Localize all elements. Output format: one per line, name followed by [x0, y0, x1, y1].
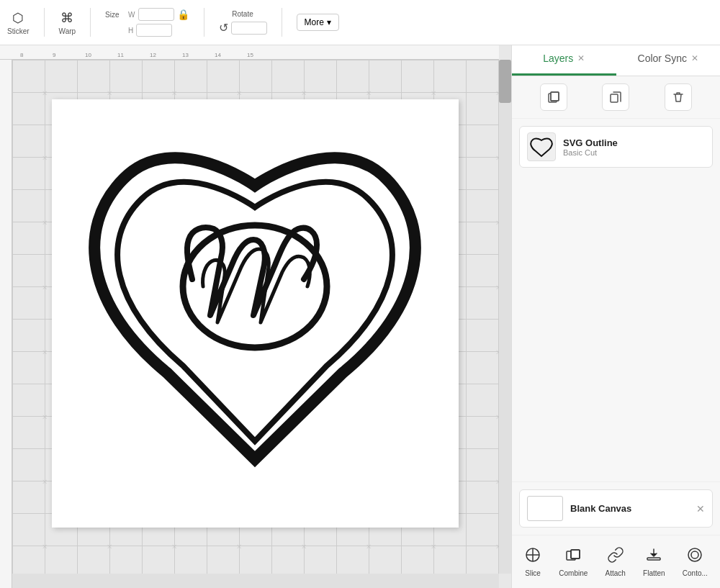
height-input[interactable] — [136, 24, 172, 37]
tab-color-sync-close[interactable]: ✕ — [691, 53, 698, 63]
bottom-actions: Slice Combine Attach Flatten — [512, 535, 720, 588]
warp-label: Warp — [59, 27, 76, 35]
sticker-label: Sticker — [7, 27, 30, 35]
size-label: Size — [105, 11, 125, 19]
ruler-mark-12: 12 — [150, 52, 156, 58]
rotate-icon: ↺ — [219, 21, 228, 35]
combine-label: Combine — [559, 569, 588, 577]
slice-icon — [524, 546, 541, 567]
white-canvas — [52, 99, 459, 528]
blank-canvas-label: Blank Canvas — [570, 503, 631, 514]
separator-4 — [282, 8, 282, 37]
more-button[interactable]: More ▾ — [297, 14, 339, 31]
layer-thumb-heart — [529, 135, 554, 159]
layer-name: SVG Outline — [563, 137, 705, 148]
scrollbar-bottom[interactable] — [12, 574, 499, 588]
contour-btn[interactable]: Conto... — [677, 543, 714, 581]
flatten-btn[interactable]: Flatten — [637, 543, 671, 581]
sticker-icon: ⬡ — [12, 10, 24, 26]
layer-info: SVG Outline Basic Cut — [563, 137, 705, 157]
warp-tool[interactable]: ⌘ Warp — [59, 10, 76, 35]
combine-icon — [564, 546, 582, 567]
layer-thumbnail-svg — [527, 132, 556, 161]
ruler-mark-9: 9 — [53, 52, 55, 58]
size-row-h: H — [105, 24, 189, 37]
size-row-w: Size W 🔒 — [105, 8, 189, 21]
blank-canvas-thumb — [527, 496, 563, 521]
layer-actions — [512, 76, 720, 119]
delete-layer-btn[interactable] — [665, 83, 692, 111]
ruler-v-marks: 123456789101112 — [1, 89, 12, 94]
heart-w-svg — [66, 114, 444, 513]
ruler-top: 8 9 10 11 12 13 14 15 — [0, 45, 499, 60]
flatten-icon — [645, 546, 662, 567]
rotate-label: Rotate — [232, 10, 253, 18]
tab-color-sync[interactable]: Color Sync ✕ — [616, 45, 721, 76]
warp-icon: ⌘ — [60, 10, 73, 26]
contour-label: Conto... — [683, 569, 708, 577]
panel-tabs: Layers ✕ Color Sync ✕ — [512, 45, 720, 76]
rotate-group: Rotate ↺ — [219, 10, 267, 35]
layers-list: SVG Outline Basic Cut — [512, 119, 720, 481]
scrollbar-right[interactable] — [499, 60, 511, 574]
height-h-label: H — [128, 27, 133, 35]
tab-layers-close[interactable]: ✕ — [577, 53, 585, 63]
more-chevron-icon: ▾ — [327, 17, 331, 27]
layer-item-svg-outline[interactable]: SVG Outline Basic Cut — [519, 126, 713, 168]
attach-icon — [607, 546, 624, 567]
ruler-mark-13: 13 — [182, 52, 189, 58]
ruler-mark-15: 15 — [247, 52, 253, 58]
more-label: More — [305, 17, 324, 27]
attach-btn[interactable]: Attach — [600, 543, 631, 581]
svg-rect-2 — [551, 92, 559, 101]
blank-canvas-item[interactable]: Blank Canvas ✕ — [519, 489, 713, 528]
rotate-input[interactable] — [231, 22, 267, 35]
blank-canvas-close-btn[interactable]: ✕ — [696, 503, 705, 515]
lock-icon[interactable]: 🔒 — [177, 9, 189, 20]
separator-1 — [44, 8, 45, 37]
grid-canvas — [12, 60, 499, 574]
canvas-area[interactable]: 8 9 10 11 12 13 14 15 123456789101112 — [0, 45, 511, 588]
ruler-mark-10: 10 — [85, 52, 91, 58]
separator-2 — [90, 8, 91, 37]
right-panel: Layers ✕ Color Sync ✕ — [511, 45, 720, 588]
width-input[interactable] — [138, 8, 174, 21]
ruler-mark-14: 14 — [215, 52, 221, 58]
copy-icon — [608, 90, 623, 104]
svg-rect-4 — [611, 94, 618, 102]
separator-3 — [204, 8, 204, 37]
slice-label: Slice — [525, 569, 541, 577]
tab-layers-label: Layers — [543, 53, 573, 64]
sticker-tool[interactable]: ⬡ Sticker — [7, 10, 30, 35]
layer-type: Basic Cut — [563, 148, 705, 157]
slice-btn[interactable]: Slice — [518, 543, 547, 581]
width-w-label: W — [128, 11, 135, 19]
ruler-left: 123456789101112 — [0, 60, 12, 588]
contour-icon — [686, 546, 703, 567]
duplicate-icon — [546, 90, 561, 104]
svg-rect-9 — [571, 550, 580, 558]
ruler-mark-8: 8 — [20, 52, 23, 58]
ruler-mark-11: 11 — [117, 52, 124, 58]
svg-rect-11 — [647, 558, 660, 560]
delete-icon — [671, 90, 685, 104]
size-group: Size W 🔒 H — [105, 8, 189, 37]
blank-canvas-section: Blank Canvas ✕ — [512, 481, 720, 535]
toolbar: ⬡ Sticker ⌘ Warp Size W 🔒 H Rotate ↺ Mor… — [0, 0, 720, 45]
scrollbar-thumb-v[interactable] — [499, 60, 511, 103]
combine-btn[interactable]: Combine — [553, 543, 593, 581]
tab-layers[interactable]: Layers ✕ — [512, 45, 616, 76]
main-area: 8 9 10 11 12 13 14 15 123456789101112 — [0, 45, 720, 588]
tab-color-sync-label: Color Sync — [638, 53, 687, 64]
duplicate-layer-btn[interactable] — [540, 83, 567, 111]
flatten-label: Flatten — [643, 569, 665, 577]
attach-label: Attach — [606, 569, 626, 577]
copy-layer-btn[interactable] — [602, 83, 629, 111]
